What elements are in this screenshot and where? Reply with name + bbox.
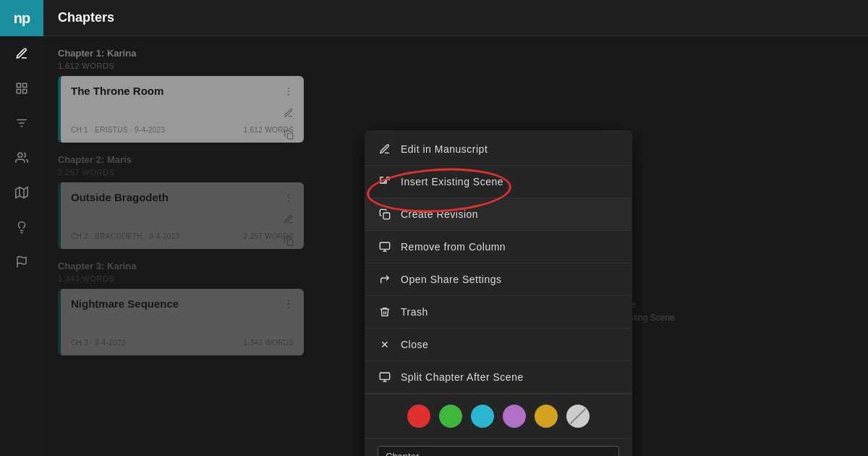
svg-rect-17 [380, 242, 389, 249]
svg-rect-0 [17, 83, 20, 87]
color-dot-red[interactable] [407, 405, 430, 428]
insert-existing-icon [378, 174, 392, 189]
menu-label-trash: Trash [401, 306, 428, 318]
menu-item-open-share[interactable]: Open Share Settings [365, 263, 632, 296]
menu-label-close: Close [401, 339, 428, 350]
close-icon: ✕ [378, 337, 392, 352]
trash-icon [378, 305, 392, 319]
color-dot-cyan[interactable] [471, 405, 494, 428]
svg-rect-3 [23, 90, 27, 93]
remove-column-icon [378, 240, 392, 254]
lightbulb-icon[interactable] [7, 213, 36, 242]
menu-label-remove-column: Remove from Column [401, 241, 506, 253]
create-revision-icon [378, 207, 392, 221]
menu-label-edit-manuscript: Edit in Manuscript [401, 143, 488, 155]
content-area: Chapter 1: Karina 1,612 WORDS The Throne… [43, 36, 868, 456]
menu-item-insert-existing[interactable]: Insert Existing Scene [365, 166, 632, 198]
edit-manuscript-icon [378, 142, 392, 156]
open-share-icon [378, 272, 392, 287]
menu-label-insert-existing: Insert Existing Scene [401, 176, 503, 187]
svg-rect-1 [23, 83, 27, 87]
svg-marker-8 [16, 187, 28, 198]
menu-label-open-share: Open Share Settings [401, 274, 501, 285]
menu-item-remove-column[interactable]: Remove from Column [365, 231, 632, 263]
menu-item-close[interactable]: ✕ Close [365, 329, 632, 361]
page-title: Chapters [58, 10, 114, 25]
color-dot-none[interactable] [566, 405, 590, 428]
color-dot-green[interactable] [439, 405, 462, 428]
color-dot-purple[interactable] [503, 405, 526, 428]
menu-item-split-chapter[interactable]: Split Chapter After Scene [365, 361, 632, 394]
app-logo: np [0, 0, 43, 36]
svg-rect-2 [17, 90, 20, 93]
header: Chapters [43, 0, 868, 36]
flag-icon[interactable] [7, 248, 36, 276]
grid-icon[interactable] [7, 74, 36, 103]
menu-item-trash[interactable]: Trash [365, 296, 632, 329]
menu-item-edit-manuscript[interactable]: Edit in Manuscript [365, 133, 632, 166]
filter-icon[interactable] [7, 109, 36, 138]
color-picker-row [365, 394, 632, 438]
context-menu: Edit in Manuscript Insert Existing Scene… [365, 130, 632, 456]
menu-label-split-chapter: Split Chapter After Scene [401, 371, 524, 383]
menu-item-create-revision[interactable]: Create Revision [365, 198, 632, 231]
map-icon[interactable] [7, 178, 36, 207]
chapter-input-area [365, 438, 632, 456]
svg-rect-16 [383, 213, 390, 219]
color-dot-gold[interactable] [535, 405, 558, 428]
svg-rect-20 [380, 373, 389, 379]
sidebar: np [0, 0, 43, 456]
menu-label-create-revision: Create Revision [401, 208, 478, 220]
main-area: Chapters Chapter 1: Karina 1,612 WORDS T… [43, 0, 868, 456]
pen-icon[interactable] [7, 39, 36, 68]
svg-point-7 [18, 153, 22, 157]
people-icon[interactable] [7, 143, 36, 172]
split-chapter-icon [378, 370, 392, 384]
chapter-input[interactable] [378, 446, 619, 456]
